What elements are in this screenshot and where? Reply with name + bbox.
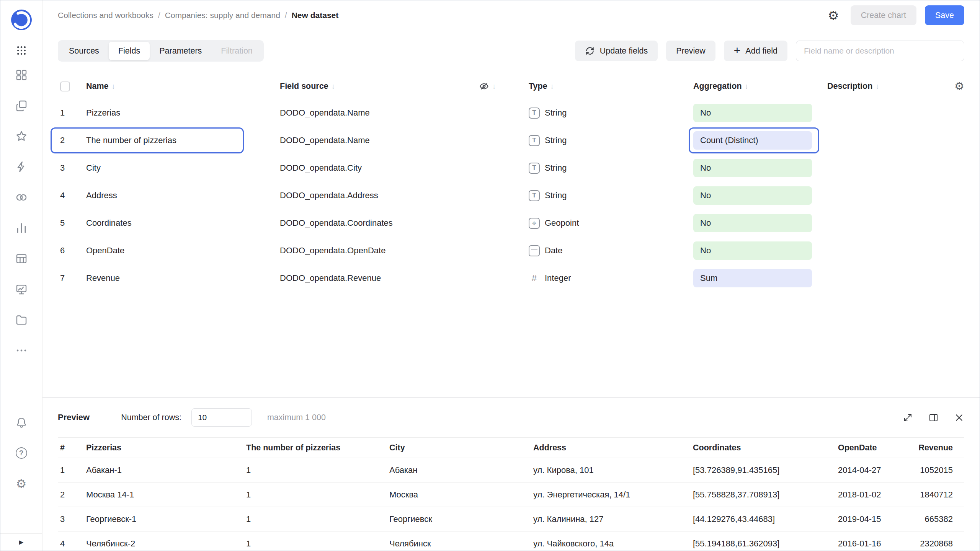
settings-icon[interactable]: ⚙: [15, 477, 28, 490]
preview-panel: Preview Number of rows: maximum 1 000: [42, 397, 980, 551]
column-header-description[interactable]: Description ↓: [827, 82, 941, 91]
field-source: DODO_opendata.Coordinates: [280, 218, 479, 228]
field-name[interactable]: City: [85, 163, 280, 173]
bar-chart-icon[interactable]: [15, 222, 28, 235]
column-header-aggregation[interactable]: Aggregation ↓: [693, 82, 827, 91]
refresh-icon: [585, 46, 595, 56]
table-icon[interactable]: [15, 252, 28, 265]
select-all-checkbox[interactable]: [60, 82, 70, 91]
field-type[interactable]: Date: [529, 245, 693, 256]
field-source: DODO_opendata.Name: [280, 135, 479, 145]
folder-icon[interactable]: [15, 313, 28, 326]
save-button[interactable]: Save: [925, 5, 964, 25]
breadcrumb-collections[interactable]: Collections and workbooks: [58, 11, 154, 20]
tab-filtration: Filtration: [211, 42, 262, 60]
tab-sources[interactable]: Sources: [59, 42, 109, 60]
field-type[interactable]: ⌖Geopoint: [529, 218, 693, 229]
dataset-settings-gear-icon[interactable]: ⚙: [828, 9, 839, 22]
preview-cell: Москва: [389, 490, 533, 500]
topbar: Collections and workbooks / Companies: s…: [42, 0, 980, 30]
field-type-label: String: [545, 108, 567, 118]
field-name[interactable]: Revenue: [85, 273, 280, 283]
grid-icon[interactable]: [15, 68, 28, 82]
sort-arrow-icon: ↓: [745, 82, 749, 91]
aggregation-select[interactable]: No: [693, 241, 812, 260]
preview-table: # Pizzerias The number of pizzerias City…: [58, 437, 964, 551]
preview-cell: 2320868: [911, 539, 964, 549]
aggregation-select[interactable]: No: [693, 104, 812, 122]
preview-cell: ул. Калинина, 127: [533, 514, 693, 524]
column-header-type[interactable]: Type ↓: [529, 82, 693, 91]
star-icon[interactable]: [15, 130, 28, 143]
help-icon[interactable]: ?: [15, 447, 28, 460]
field-name[interactable]: OpenDate: [85, 246, 280, 256]
field-row[interactable]: 1PizzeriasDODO_opendata.NameTStringNo: [58, 99, 964, 127]
field-name[interactable]: Coordinates: [85, 218, 280, 228]
aggregation-select[interactable]: No: [693, 214, 812, 232]
field-type[interactable]: #Integer: [529, 273, 693, 284]
column-header-field-source[interactable]: Field source ↓: [280, 82, 479, 91]
field-source: DODO_opendata.Revenue: [280, 273, 479, 283]
preview-col-address: Address: [533, 443, 693, 453]
aggregation-select[interactable]: Sum: [693, 269, 812, 287]
aggregation-select[interactable]: No: [693, 186, 812, 205]
field-type[interactable]: TString: [529, 190, 693, 201]
field-type[interactable]: TString: [529, 108, 693, 119]
preview-cell: 2014-04-27: [838, 465, 911, 475]
preview-button[interactable]: Preview: [666, 41, 715, 61]
preview-cell: [53.726389,91.435165]: [693, 465, 838, 475]
main-content: Collections and workbooks / Companies: s…: [42, 0, 980, 551]
lightning-icon[interactable]: [15, 160, 28, 173]
column-header-hidden[interactable]: ↓: [479, 81, 529, 91]
aggregation-select[interactable]: Count (Distinct): [693, 131, 812, 150]
field-row[interactable]: 7RevenueDODO_opendata.Revenue#IntegerSum: [58, 264, 964, 292]
field-row[interactable]: 6OpenDateDODO_opendata.OpenDateDateNo: [58, 237, 964, 264]
expand-icon[interactable]: [903, 412, 913, 423]
field-name[interactable]: The number of pizzerias: [85, 135, 280, 145]
field-type[interactable]: TString: [529, 135, 693, 146]
field-row[interactable]: 3CityDODO_opendata.CityTStringNo: [58, 154, 964, 182]
tab-fields[interactable]: Fields: [109, 42, 150, 60]
more-icon[interactable]: [15, 344, 28, 357]
field-row[interactable]: 4AddressDODO_opendata.AddressTStringNo: [58, 182, 964, 209]
datalens-logo[interactable]: [10, 9, 33, 31]
bell-icon[interactable]: [15, 416, 28, 429]
field-type[interactable]: TString: [529, 163, 693, 174]
row-index: 4: [58, 191, 85, 201]
field-name[interactable]: Pizzerias: [85, 108, 280, 118]
table-settings-gear-icon[interactable]: ⚙: [954, 81, 964, 92]
sidebar-collapse-button[interactable]: ▶: [0, 533, 42, 551]
tab-parameters[interactable]: Parameters: [150, 42, 211, 60]
copies-icon[interactable]: [15, 99, 28, 112]
sidebar-bottom: ? ⚙: [0, 416, 42, 490]
row-index: 2: [58, 135, 85, 145]
sort-arrow-icon: ↓: [492, 82, 496, 91]
monitor-icon[interactable]: [15, 283, 28, 296]
field-row[interactable]: 5CoordinatesDODO_opendata.Coordinates⌖Ge…: [58, 209, 964, 237]
update-fields-button[interactable]: Update fields: [575, 41, 658, 61]
app-switcher-icon[interactable]: [16, 45, 27, 56]
preview-cell: Абакан: [389, 465, 533, 475]
split-view-icon[interactable]: [928, 412, 939, 423]
column-header-name[interactable]: Name ↓: [85, 82, 280, 91]
string-type-icon: T: [529, 190, 540, 201]
preview-label: Preview: [676, 46, 705, 56]
preview-cell: ул. Энергетическая, 14/1: [533, 490, 693, 500]
preview-col-index: #: [58, 443, 85, 453]
preview-cell: Георгиевск: [389, 514, 533, 524]
breadcrumb: Collections and workbooks / Companies: s…: [58, 11, 338, 20]
field-type-label: Date: [545, 246, 562, 256]
field-name[interactable]: Address: [85, 191, 280, 201]
add-field-button[interactable]: + Add field: [724, 41, 787, 61]
field-row[interactable]: 2The number of pizzeriasDODO_opendata.Na…: [58, 127, 964, 154]
aggregation-select[interactable]: No: [693, 159, 812, 177]
top-actions: ⚙ Create chart Save: [828, 5, 964, 25]
create-chart-button[interactable]: Create chart: [851, 5, 916, 25]
rings-icon[interactable]: [15, 191, 28, 204]
field-search-input[interactable]: [796, 41, 964, 61]
rows-count-input[interactable]: [191, 408, 252, 427]
close-icon[interactable]: [954, 412, 964, 423]
preview-cell: ул. Кирова, 101: [533, 465, 693, 475]
preview-title: Preview: [58, 412, 90, 422]
breadcrumb-workbook[interactable]: Companies: supply and demand: [165, 11, 280, 20]
